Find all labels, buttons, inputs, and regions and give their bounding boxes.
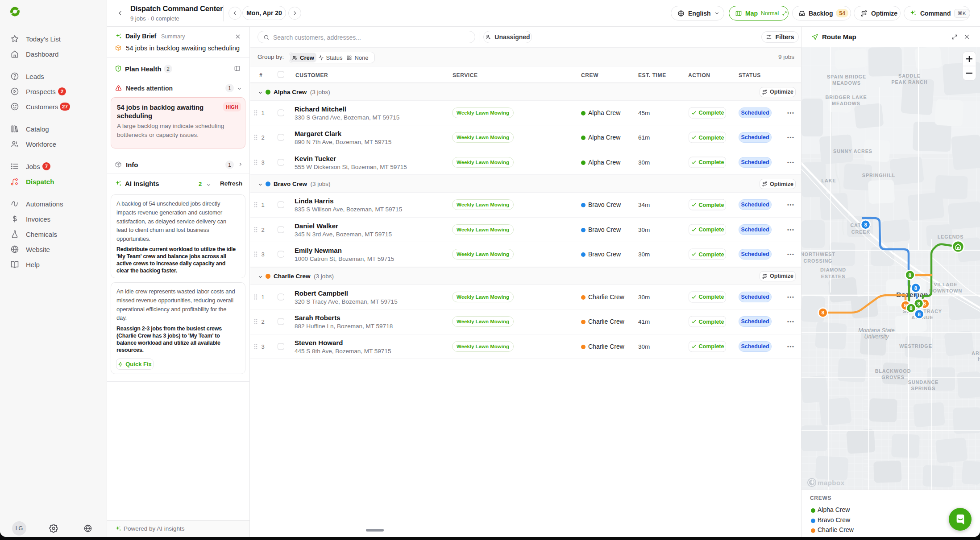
svg-text:BLACKWOOD: BLACKWOOD bbox=[875, 368, 911, 374]
svg-text:NORTHWEST: NORTHWEST bbox=[801, 251, 835, 257]
svg-text:SPAIN BRIDGE: SPAIN BRIDGE bbox=[827, 74, 866, 79]
svg-text:mapbox: mapbox bbox=[818, 479, 845, 486]
svg-text:VILLAGE: VILLAGE bbox=[934, 282, 957, 287]
svg-text:University: University bbox=[864, 334, 889, 340]
svg-text:PEAK RANCH: PEAK RANCH bbox=[892, 79, 928, 85]
svg-text:DIAMOND: DIAMOND bbox=[820, 267, 846, 272]
svg-text:SPRINGS: SPRINGS bbox=[911, 386, 936, 391]
svg-text:H: H bbox=[978, 356, 980, 362]
svg-text:CREEK: CREEK bbox=[851, 229, 870, 235]
svg-text:LAKE: LAKE bbox=[822, 178, 836, 183]
svg-text:Montana State: Montana State bbox=[858, 327, 894, 334]
svg-text:8: 8 bbox=[909, 305, 913, 311]
svg-text:SUNNY ACRES: SUNNY ACRES bbox=[833, 148, 872, 154]
svg-text:GROVES: GROVES bbox=[881, 375, 905, 380]
svg-text:BRIDGER LAKE: BRIDGER LAKE bbox=[826, 95, 867, 100]
svg-text:8: 8 bbox=[918, 312, 921, 317]
svg-text:8: 8 bbox=[909, 272, 912, 278]
svg-text:CROSSING: CROSSING bbox=[804, 258, 833, 264]
svg-text:ARRO: ARRO bbox=[972, 350, 980, 356]
svg-text:8: 8 bbox=[864, 222, 867, 227]
svg-text:WESTRIDGE: WESTRIDGE bbox=[899, 343, 932, 349]
svg-text:DOWNTOWN: DOWNTOWN bbox=[929, 288, 962, 293]
svg-text:SPRINGHILL: SPRINGHILL bbox=[862, 173, 895, 178]
svg-text:SUNDANCE: SUNDANCE bbox=[908, 379, 938, 385]
svg-text:MEADOWS: MEADOWS bbox=[832, 101, 860, 106]
svg-text:8: 8 bbox=[917, 301, 920, 306]
svg-text:8: 8 bbox=[914, 285, 918, 291]
svg-text:LEGENDS: LEGENDS bbox=[938, 234, 964, 239]
svg-text:MEADOWS: MEADOWS bbox=[832, 80, 861, 86]
svg-text:8: 8 bbox=[822, 310, 825, 315]
svg-text:ESTATES: ESTATES bbox=[821, 274, 846, 279]
svg-text:SADDLE: SADDLE bbox=[898, 73, 921, 78]
